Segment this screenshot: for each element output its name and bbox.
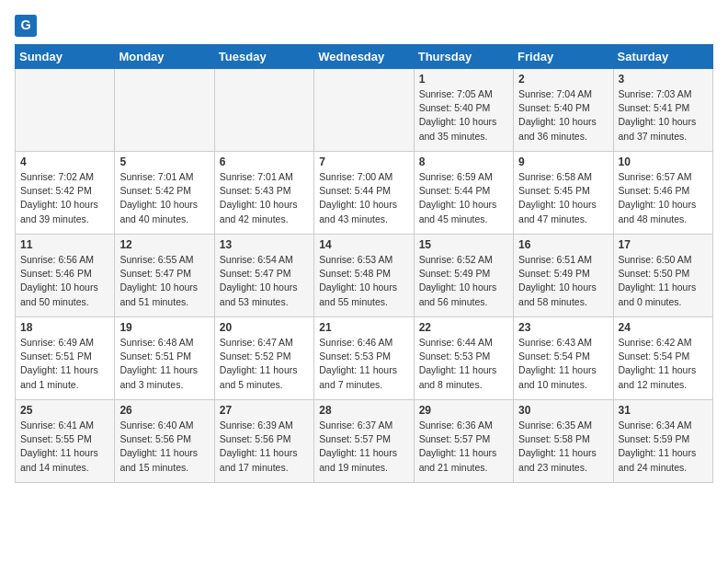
header-thursday: Thursday: [414, 45, 513, 69]
calendar-header-row: SundayMondayTuesdayWednesdayThursdayFrid…: [16, 45, 713, 69]
day-info: Sunrise: 6:36 AM Sunset: 5:57 PM Dayligh…: [419, 419, 508, 475]
calendar-cell: 31Sunrise: 6:34 AM Sunset: 5:59 PM Dayli…: [613, 400, 712, 483]
day-info: Sunrise: 7:02 AM Sunset: 5:42 PM Dayligh…: [20, 170, 109, 226]
calendar-week-1: 1Sunrise: 7:05 AM Sunset: 5:40 PM Daylig…: [16, 69, 713, 152]
day-number: 24: [619, 321, 708, 334]
calendar-cell: 3Sunrise: 7:03 AM Sunset: 5:41 PM Daylig…: [613, 69, 712, 152]
calendar-cell: 21Sunrise: 6:46 AM Sunset: 5:53 PM Dayli…: [314, 317, 414, 400]
day-info: Sunrise: 7:00 AM Sunset: 5:44 PM Dayligh…: [319, 170, 408, 226]
calendar-cell: 5Sunrise: 7:01 AM Sunset: 5:42 PM Daylig…: [115, 152, 214, 235]
day-info: Sunrise: 6:50 AM Sunset: 5:50 PM Dayligh…: [619, 253, 708, 309]
page-header: G: [15, 15, 713, 37]
day-number: 25: [20, 404, 109, 417]
day-number: 18: [20, 321, 109, 334]
day-info: Sunrise: 7:01 AM Sunset: 5:43 PM Dayligh…: [220, 170, 309, 226]
day-number: 30: [518, 404, 608, 417]
day-number: 26: [119, 404, 209, 417]
day-info: Sunrise: 6:53 AM Sunset: 5:48 PM Dayligh…: [319, 253, 408, 309]
calendar-cell: 14Sunrise: 6:53 AM Sunset: 5:48 PM Dayli…: [314, 235, 414, 317]
calendar-week-2: 4Sunrise: 7:02 AM Sunset: 5:42 PM Daylig…: [16, 152, 713, 235]
header-friday: Friday: [514, 45, 613, 69]
calendar-cell: 24Sunrise: 6:42 AM Sunset: 5:54 PM Dayli…: [613, 317, 712, 400]
day-number: 29: [419, 404, 508, 417]
day-number: 1: [419, 73, 508, 86]
calendar-cell: 30Sunrise: 6:35 AM Sunset: 5:58 PM Dayli…: [514, 400, 613, 483]
logo: G: [15, 15, 40, 37]
calendar-table: SundayMondayTuesdayWednesdayThursdayFrid…: [15, 44, 713, 483]
day-number: 14: [319, 238, 408, 251]
day-info: Sunrise: 6:39 AM Sunset: 5:56 PM Dayligh…: [220, 419, 309, 475]
day-number: 11: [20, 238, 109, 251]
day-info: Sunrise: 6:47 AM Sunset: 5:52 PM Dayligh…: [220, 336, 309, 392]
calendar-cell: 29Sunrise: 6:36 AM Sunset: 5:57 PM Dayli…: [414, 400, 513, 483]
calendar-cell: 8Sunrise: 6:59 AM Sunset: 5:44 PM Daylig…: [414, 152, 513, 235]
calendar-cell: 15Sunrise: 6:52 AM Sunset: 5:49 PM Dayli…: [414, 235, 513, 317]
calendar-cell: 27Sunrise: 6:39 AM Sunset: 5:56 PM Dayli…: [214, 400, 313, 483]
calendar-cell: 2Sunrise: 7:04 AM Sunset: 5:40 PM Daylig…: [514, 69, 613, 152]
calendar-cell: 25Sunrise: 6:41 AM Sunset: 5:55 PM Dayli…: [16, 400, 115, 483]
day-number: 31: [619, 404, 708, 417]
day-number: 23: [518, 321, 608, 334]
calendar-cell: 26Sunrise: 6:40 AM Sunset: 5:56 PM Dayli…: [115, 400, 214, 483]
calendar-cell: [214, 69, 313, 152]
day-number: 15: [419, 238, 508, 251]
day-info: Sunrise: 6:34 AM Sunset: 5:59 PM Dayligh…: [619, 419, 708, 475]
day-number: 8: [419, 155, 508, 168]
day-number: 21: [319, 321, 408, 334]
day-info: Sunrise: 6:56 AM Sunset: 5:46 PM Dayligh…: [20, 253, 109, 309]
calendar-week-3: 11Sunrise: 6:56 AM Sunset: 5:46 PM Dayli…: [16, 235, 713, 317]
calendar-cell: [16, 69, 115, 152]
day-info: Sunrise: 7:03 AM Sunset: 5:41 PM Dayligh…: [619, 87, 708, 144]
calendar-cell: 19Sunrise: 6:48 AM Sunset: 5:51 PM Dayli…: [115, 317, 214, 400]
day-number: 22: [419, 321, 508, 334]
day-info: Sunrise: 6:54 AM Sunset: 5:47 PM Dayligh…: [220, 253, 309, 309]
calendar-cell: 28Sunrise: 6:37 AM Sunset: 5:57 PM Dayli…: [314, 400, 414, 483]
day-number: 2: [518, 73, 608, 86]
day-number: 28: [319, 404, 408, 417]
day-number: 16: [518, 238, 608, 251]
day-number: 7: [319, 155, 408, 168]
logo-icon: G: [15, 15, 37, 37]
calendar-cell: 13Sunrise: 6:54 AM Sunset: 5:47 PM Dayli…: [214, 235, 313, 317]
calendar-body: 1Sunrise: 7:05 AM Sunset: 5:40 PM Daylig…: [16, 69, 713, 483]
day-info: Sunrise: 7:04 AM Sunset: 5:40 PM Dayligh…: [518, 87, 608, 144]
day-number: 10: [619, 155, 708, 168]
calendar-week-5: 25Sunrise: 6:41 AM Sunset: 5:55 PM Dayli…: [16, 400, 713, 483]
calendar-cell: 17Sunrise: 6:50 AM Sunset: 5:50 PM Dayli…: [613, 235, 712, 317]
day-number: 3: [619, 73, 708, 86]
calendar-cell: 12Sunrise: 6:55 AM Sunset: 5:47 PM Dayli…: [115, 235, 214, 317]
day-number: 12: [119, 238, 209, 251]
day-info: Sunrise: 6:58 AM Sunset: 5:45 PM Dayligh…: [518, 170, 608, 226]
calendar-cell: 6Sunrise: 7:01 AM Sunset: 5:43 PM Daylig…: [214, 152, 313, 235]
day-number: 20: [220, 321, 309, 334]
calendar-cell: 9Sunrise: 6:58 AM Sunset: 5:45 PM Daylig…: [514, 152, 613, 235]
day-number: 6: [220, 155, 309, 168]
day-info: Sunrise: 7:05 AM Sunset: 5:40 PM Dayligh…: [419, 87, 508, 144]
day-number: 27: [220, 404, 309, 417]
day-info: Sunrise: 6:52 AM Sunset: 5:49 PM Dayligh…: [419, 253, 508, 309]
day-number: 19: [119, 321, 209, 334]
calendar-cell: 4Sunrise: 7:02 AM Sunset: 5:42 PM Daylig…: [16, 152, 115, 235]
day-number: 17: [619, 238, 708, 251]
day-info: Sunrise: 6:55 AM Sunset: 5:47 PM Dayligh…: [119, 253, 209, 309]
calendar-week-4: 18Sunrise: 6:49 AM Sunset: 5:51 PM Dayli…: [16, 317, 713, 400]
day-info: Sunrise: 6:37 AM Sunset: 5:57 PM Dayligh…: [319, 419, 408, 475]
day-info: Sunrise: 6:35 AM Sunset: 5:58 PM Dayligh…: [518, 419, 608, 475]
calendar-cell: 11Sunrise: 6:56 AM Sunset: 5:46 PM Dayli…: [16, 235, 115, 317]
day-number: 4: [20, 155, 109, 168]
header-tuesday: Tuesday: [214, 45, 313, 69]
calendar-cell: 1Sunrise: 7:05 AM Sunset: 5:40 PM Daylig…: [414, 69, 513, 152]
day-info: Sunrise: 6:57 AM Sunset: 5:46 PM Dayligh…: [619, 170, 708, 226]
calendar-cell: 7Sunrise: 7:00 AM Sunset: 5:44 PM Daylig…: [314, 152, 414, 235]
day-info: Sunrise: 6:44 AM Sunset: 5:53 PM Dayligh…: [419, 336, 508, 392]
calendar-cell: 18Sunrise: 6:49 AM Sunset: 5:51 PM Dayli…: [16, 317, 115, 400]
day-info: Sunrise: 6:42 AM Sunset: 5:54 PM Dayligh…: [619, 336, 708, 392]
calendar-cell: 23Sunrise: 6:43 AM Sunset: 5:54 PM Dayli…: [514, 317, 613, 400]
day-info: Sunrise: 6:41 AM Sunset: 5:55 PM Dayligh…: [20, 419, 109, 475]
day-info: Sunrise: 6:46 AM Sunset: 5:53 PM Dayligh…: [319, 336, 408, 392]
day-info: Sunrise: 6:40 AM Sunset: 5:56 PM Dayligh…: [119, 419, 209, 475]
calendar-cell: 20Sunrise: 6:47 AM Sunset: 5:52 PM Dayli…: [214, 317, 313, 400]
day-info: Sunrise: 6:48 AM Sunset: 5:51 PM Dayligh…: [119, 336, 209, 392]
day-number: 13: [220, 238, 309, 251]
calendar-cell: 22Sunrise: 6:44 AM Sunset: 5:53 PM Dayli…: [414, 317, 513, 400]
